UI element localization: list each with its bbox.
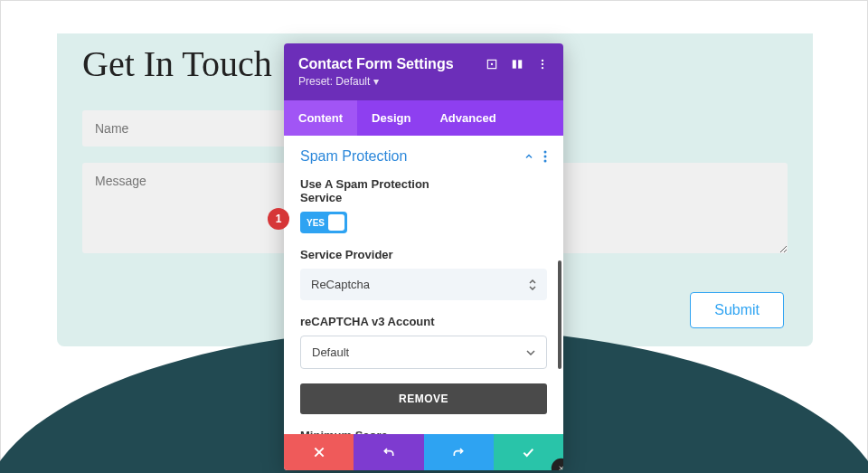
toggle-knob [328, 214, 344, 231]
spam-toggle[interactable]: YES [300, 212, 347, 233]
panel-header[interactable]: Contact Form Settings Preset: Default ▾ [284, 43, 563, 100]
section-title: Spam Protection [300, 148, 407, 165]
panel-body: Spam Protection Use A Spam Protection Se… [284, 136, 563, 434]
svg-point-7 [544, 151, 547, 154]
svg-rect-2 [513, 60, 516, 68]
scrollbar[interactable] [558, 260, 561, 369]
svg-rect-3 [518, 60, 522, 68]
select-updown-icon [529, 279, 536, 290]
provider-label: Service Provider [300, 248, 547, 261]
min-score-label: Minimum Score [300, 429, 547, 434]
panel-tabs: Content Design Advanced [284, 100, 563, 136]
section-more-icon[interactable] [543, 150, 547, 163]
check-icon [521, 445, 535, 459]
account-select[interactable]: Default [300, 336, 547, 369]
svg-point-6 [542, 67, 543, 69]
expand-icon[interactable] [486, 58, 498, 71]
redo-button[interactable] [424, 434, 494, 470]
panel-footer [284, 434, 563, 470]
svg-point-9 [544, 160, 547, 163]
provider-select[interactable]: ReCaptcha [300, 269, 547, 300]
account-value: Default [312, 345, 349, 359]
tab-advanced[interactable]: Advanced [425, 100, 510, 136]
more-icon[interactable] [536, 58, 549, 71]
tab-content[interactable]: Content [284, 100, 357, 136]
columns-icon[interactable] [511, 58, 524, 71]
submit-button[interactable]: Submit [690, 292, 784, 328]
cancel-button[interactable] [284, 434, 354, 470]
use-spam-field: Use A Spam Protection Service YES [300, 177, 547, 233]
remove-block: REMOVE [300, 383, 547, 414]
account-label: reCAPTCHA v3 Account [300, 315, 547, 328]
svg-point-5 [542, 63, 543, 65]
undo-icon [382, 445, 396, 459]
panel-title: Contact Form Settings [298, 56, 454, 72]
close-icon [312, 445, 326, 459]
panel-preset[interactable]: Preset: Default ▾ [298, 75, 454, 88]
min-score-field: Minimum Score [300, 429, 547, 434]
redo-icon [451, 445, 466, 459]
provider-value: ReCaptcha [311, 278, 370, 291]
section-header[interactable]: Spam Protection [300, 148, 547, 165]
svg-point-1 [491, 63, 493, 65]
svg-point-4 [542, 60, 543, 61]
undo-button[interactable] [354, 434, 423, 470]
toggle-value: YES [307, 218, 325, 228]
svg-point-8 [544, 156, 547, 158]
settings-panel: Contact Form Settings Preset: Default ▾ … [284, 43, 563, 470]
provider-field: Service Provider ReCaptcha [300, 248, 547, 300]
chevron-up-icon[interactable] [524, 151, 534, 162]
use-spam-label: Use A Spam Protection Service [300, 177, 445, 204]
chevron-down-icon [526, 350, 535, 355]
step-marker-1: 1 [268, 208, 289, 230]
account-field: reCAPTCHA v3 Account Default [300, 315, 547, 369]
remove-button[interactable]: REMOVE [300, 383, 547, 414]
tab-design[interactable]: Design [357, 100, 425, 136]
